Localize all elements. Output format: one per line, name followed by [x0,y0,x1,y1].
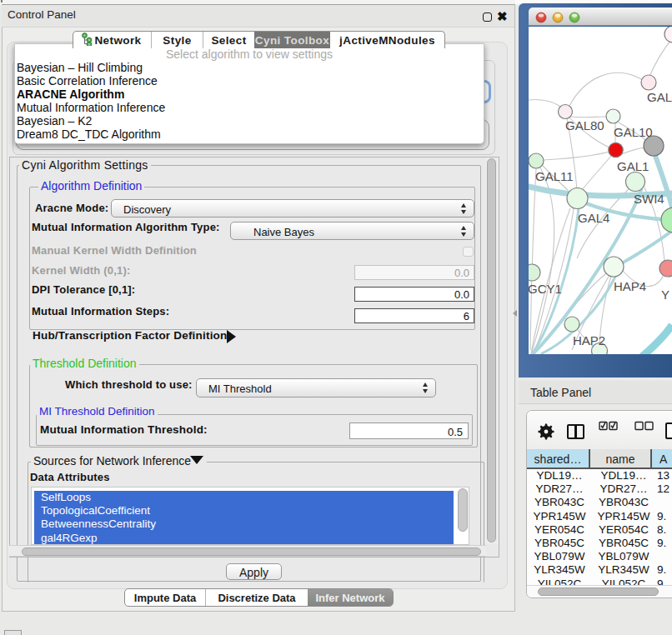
svg-text:Y: Y [661,288,669,302]
svg-text:HAP2: HAP2 [573,333,605,348]
svg-text:GAL80: GAL80 [647,90,672,104]
svg-text:GCY1: GCY1 [529,282,562,296]
svg-text:GAL4: GAL4 [578,211,609,225]
svg-text:GAL80: GAL80 [565,118,604,132]
svg-text:GAL1: GAL1 [617,159,649,173]
svg-text:SWI4: SWI4 [634,192,664,206]
svg-text:GAL11: GAL11 [535,169,574,183]
svg-text:HAP4: HAP4 [614,279,646,293]
svg-text:GAL10: GAL10 [614,125,653,139]
